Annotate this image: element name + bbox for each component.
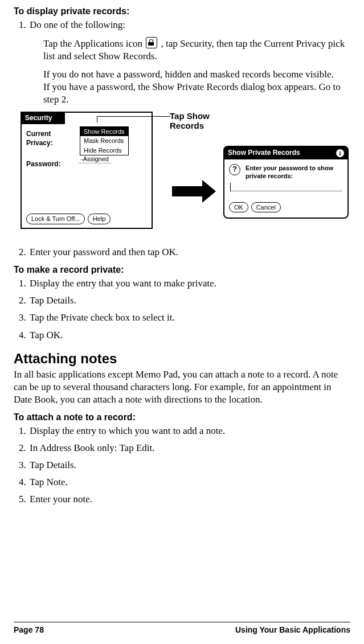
an-step-4: Tap Note. <box>28 476 350 489</box>
picklist-mask[interactable]: Mask Records <box>80 136 128 145</box>
steps-make-private: Display the entry that you want to make … <box>14 277 350 341</box>
picklist-hide[interactable]: Hide Records <box>80 146 128 155</box>
footer-chapter: Using Your Basic Applications <box>235 625 350 635</box>
an-step-5: Enter your note. <box>28 493 350 506</box>
heading-display-private: To display private records: <box>14 6 350 18</box>
callout-line2: Records <box>170 121 210 131</box>
callout-text: Tap Show Records <box>170 112 210 130</box>
heading-attach-note: To attach a note to a record: <box>14 412 350 424</box>
show-private-records-dialog: Show Private Records i ? Enter your pass… <box>223 146 349 218</box>
substep-1b: If you do not have a password, hidden an… <box>43 68 350 106</box>
security-title: Security <box>22 113 65 124</box>
mp-step-1: Display the entry that you want to make … <box>28 277 350 290</box>
steps-display-private: Do one of the following: <box>14 19 350 31</box>
privacy-picklist[interactable]: Show Records Mask Records Hide Records <box>80 126 129 155</box>
dialog-message: Enter your password to show private reco… <box>246 164 337 181</box>
heading-make-private: To make a record private: <box>14 264 350 276</box>
an-step-1: Display the entry to which you want to a… <box>28 425 350 437</box>
substep-1b-line2: If you have a password, the Show Private… <box>43 81 350 106</box>
ok-button[interactable]: OK <box>229 202 248 212</box>
dialog-title: Show Private Records <box>228 149 300 158</box>
steps-attach-note: Display the entry to which you want to a… <box>14 425 350 506</box>
cancel-button[interactable]: Cancel <box>251 202 281 212</box>
picklist-show[interactable]: Show Records <box>80 127 128 136</box>
password-value[interactable]: -Assigned <box>79 155 111 163</box>
steps-display-private-cont: Enter your password and then tap OK. <box>14 246 350 259</box>
page-footer: Page 78 Using Your Basic Applications <box>14 622 350 635</box>
attaching-notes-body: In all basic applications except Memo Pa… <box>14 368 350 406</box>
lock-button[interactable]: Lock & Turn Off... <box>26 214 85 224</box>
mp-step-4: Tap OK. <box>28 329 350 342</box>
applications-icon <box>146 37 157 48</box>
substep-1a: Tap the Applications icon , tap Security… <box>43 37 350 63</box>
figure: Security Current Privacy: Show Records M… <box>21 112 350 237</box>
footer-page: Page 78 <box>14 625 44 635</box>
substep-1b-line1: If you do not have a password, hidden an… <box>43 68 350 81</box>
an-step-3: Tap Details. <box>28 459 350 471</box>
an-step-2: In Address Book only: Tap Edit. <box>28 442 350 454</box>
help-button[interactable]: Help <box>88 214 111 224</box>
callout-leader-line <box>97 116 170 122</box>
manual-page: To display private records: Do one of th… <box>0 0 364 644</box>
step-1: Do one of the following: <box>28 19 350 31</box>
question-icon: ? <box>229 164 240 175</box>
substep-1a-text1: Tap the Applications icon <box>43 38 145 49</box>
password-input[interactable] <box>230 184 342 191</box>
arrow-icon <box>172 180 216 203</box>
mp-step-2: Tap Details. <box>28 294 350 307</box>
callout-line1: Tap Show <box>170 112 210 121</box>
mp-step-3: Tap the Private check box to select it. <box>28 311 350 324</box>
step-2: Enter your password and then tap OK. <box>28 246 350 259</box>
heading-attaching-notes: Attaching notes <box>14 350 350 367</box>
info-icon[interactable]: i <box>336 149 344 157</box>
security-screen: Security Current Privacy: Show Records M… <box>21 112 153 229</box>
